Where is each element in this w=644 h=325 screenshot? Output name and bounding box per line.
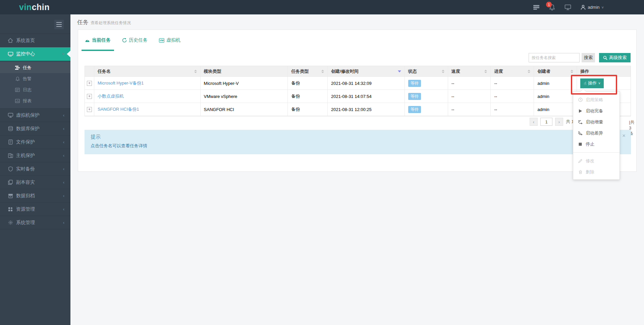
module-type-cell: Microsoft Hyper-V — [201, 77, 288, 90]
task-type-cell: 备份 — [288, 77, 328, 90]
logo-suffix: chin — [32, 2, 50, 12]
sort-icon[interactable] — [484, 70, 487, 73]
tasks-card: 当前任务 历史任务 VM 虚拟机 搜索 高级搜索 任务名 — [78, 30, 637, 172]
stop-icon — [578, 143, 583, 146]
header-task-type[interactable]: 任务类型 — [288, 66, 328, 77]
menu-item-start-incremental[interactable]: 启动增量 — [573, 116, 620, 127]
chevron-left-icon: ‹ — [63, 140, 64, 145]
next-page-button[interactable]: › — [555, 118, 563, 126]
tasks-table: 任务名 模块类型 任务类型 创建/修改时间 状态 速度 进度 创建者 操作 + … — [85, 66, 631, 116]
chevron-left-icon: ‹ — [63, 207, 64, 212]
expand-row-icon[interactable]: + — [87, 107, 92, 112]
sidebar-item-monitor-center[interactable]: 监控中心 ˅ — [0, 47, 70, 61]
task-name-link[interactable]: 小数点虚拟机 — [98, 93, 124, 99]
chevron-down-icon: ˅ — [598, 82, 600, 85]
policy-clock-icon — [578, 98, 583, 102]
sidebar-subitem-tasks[interactable]: 任务 — [0, 62, 70, 73]
progress-cell: -- — [491, 90, 534, 103]
header-created-time[interactable]: 创建/修改时间 — [328, 66, 405, 77]
sidebar-item-vm-protect[interactable]: 虚拟机保护 ‹ — [0, 109, 70, 122]
creator-cell: admin — [534, 90, 577, 103]
chevron-left-icon: ‹ — [63, 113, 64, 118]
sort-desc-icon[interactable] — [398, 70, 401, 72]
sort-icon[interactable] — [442, 70, 444, 73]
header-status[interactable]: 状态 — [405, 66, 448, 77]
sidebar-subitem-alarms[interactable]: 告警 — [0, 73, 70, 84]
tab-virtual-machines[interactable]: VM 虚拟机 — [159, 30, 180, 46]
header-speed[interactable]: 速度 — [448, 66, 491, 77]
chevron-left-icon: ‹ — [63, 126, 64, 131]
menu-item-edit[interactable]: 修改 — [573, 155, 620, 166]
search-input[interactable] — [529, 53, 580, 62]
task-name-link[interactable]: Microsoft Hyper-V备份1 — [98, 80, 144, 86]
creator-cell: admin — [534, 77, 577, 90]
header-progress[interactable]: 进度 — [491, 66, 534, 77]
host-protect-icon — [7, 153, 13, 158]
gear-icon — [7, 220, 13, 225]
close-icon[interactable]: × — [622, 132, 626, 139]
sidebar-item-home[interactable]: 系统首页 — [0, 34, 70, 47]
realtime-backup-icon — [7, 166, 13, 171]
resource-icon — [7, 207, 13, 212]
prev-page-button[interactable]: ‹ — [530, 118, 538, 126]
page-number-input[interactable] — [540, 118, 552, 126]
tip-body: 点击任务名可以查看任务详情 — [91, 143, 625, 149]
action-button[interactable]: ☝ 操作 ˅ — [580, 78, 604, 88]
sidebar-subitem-reports[interactable]: 报表 — [0, 95, 70, 106]
start-full-icon — [578, 109, 583, 113]
action-dropdown-menu: 启用策略 启动完备 启动增量 启动差异 停止 修改 删除 — [573, 91, 620, 180]
sort-icon[interactable] — [321, 70, 324, 73]
monitor-icon[interactable] — [565, 4, 571, 10]
task-name-link[interactable]: SANGFOR HCI备份1 — [98, 106, 139, 112]
sidebar-item-label: 副本容灾 — [16, 179, 35, 185]
tip-title: 提示 — [91, 134, 625, 140]
sidebar-item-file-protect[interactable]: 文件保护 ‹ — [0, 136, 70, 149]
storage-icon[interactable] — [533, 5, 540, 10]
table-header-row: 任务名 模块类型 任务类型 创建/修改时间 状态 速度 进度 创建者 操作 — [85, 66, 631, 77]
tab-current-tasks[interactable]: 当前任务 — [85, 30, 111, 46]
sidebar-item-host-protect[interactable]: 主机保护 ‹ — [0, 149, 70, 162]
module-type-cell: SANGFOR HCI — [201, 103, 288, 116]
header-creator[interactable]: 创建者 — [534, 66, 577, 77]
sidebar-item-label: 虚拟机保护 — [16, 112, 40, 118]
hamburger-menu-icon[interactable] — [54, 20, 64, 29]
sidebar-item-system[interactable]: 系统管理 ‹ — [0, 216, 70, 229]
sidebar-item-database-protect[interactable]: 数据库保护 ‹ — [0, 122, 70, 136]
sidebar-item-copy-dr[interactable]: 副本容灾 ‹ — [0, 176, 70, 189]
sort-icon[interactable] — [194, 70, 197, 73]
advanced-search-button[interactable]: 高级搜索 — [599, 53, 631, 62]
header-task-name[interactable]: 任务名 — [94, 66, 201, 77]
report-icon — [15, 99, 20, 103]
tasks-icon — [15, 66, 20, 70]
sort-icon[interactable] — [571, 70, 573, 73]
progress-cell: -- — [491, 103, 534, 116]
logo-prefix: vin — [19, 2, 32, 12]
chevron-down-icon: ˅ — [62, 52, 64, 57]
sidebar-subitem-label: 日志 — [23, 87, 32, 93]
expand-row-icon[interactable]: + — [87, 94, 92, 99]
notification-bell-icon[interactable]: 1 — [549, 4, 555, 10]
chevron-left-icon: ‹ — [63, 193, 64, 198]
sidebar-item-resource[interactable]: 资源管理 ‹ — [0, 203, 70, 216]
time-cell: 2021-08-31 14:07:54 — [328, 90, 405, 103]
search-button[interactable]: 搜索 — [582, 53, 595, 62]
sidebar-item-realtime-backup[interactable]: 实时备份 ‹ — [0, 162, 70, 176]
tip-box: 提示 点击任务名可以查看任务详情 × — [85, 130, 631, 154]
menu-item-start-differential[interactable]: 启动差异 — [573, 127, 620, 139]
sidebar-item-label: 文件保护 — [16, 139, 35, 145]
tab-history-tasks[interactable]: 历史任务 — [122, 30, 148, 46]
home-icon — [7, 38, 13, 43]
sort-icon[interactable] — [528, 70, 530, 73]
menu-item-enable-policy[interactable]: 启用策略 — [573, 94, 620, 105]
progress-cell: -- — [491, 77, 534, 90]
expand-row-icon[interactable]: + — [87, 81, 92, 86]
menu-item-stop[interactable]: 停止 — [573, 139, 620, 150]
menu-item-delete[interactable]: 删除 — [573, 166, 620, 177]
menu-item-start-full[interactable]: 启动完备 — [573, 105, 620, 116]
user-menu[interactable]: admin ˅ — [581, 5, 604, 10]
tab-label: 虚拟机 — [166, 37, 180, 43]
sidebar-subitem-logs[interactable]: 日志 — [0, 84, 70, 95]
sidebar-item-label: 系统管理 — [16, 220, 35, 226]
monitor-center-icon — [7, 52, 13, 57]
sidebar-item-archive[interactable]: 数据归档 ‹ — [0, 189, 70, 203]
